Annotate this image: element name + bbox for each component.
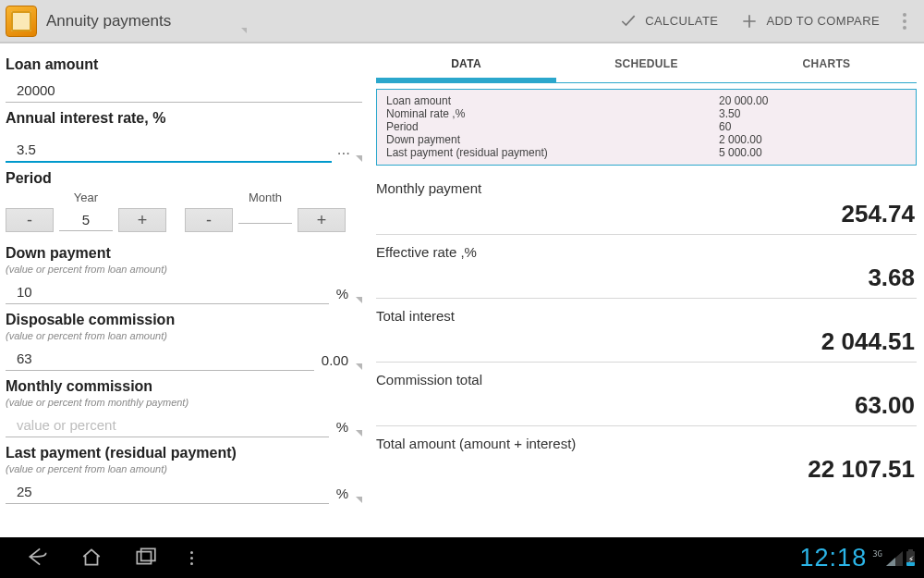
summary-label: Loan amount (386, 94, 719, 107)
results-panel: DATA SCHEDULE CHARTS Loan amount20 000.0… (365, 43, 924, 537)
last-payment-hint: (value or percent from loan amount) (6, 463, 362, 474)
calculate-label: CALCULATE (645, 14, 718, 28)
month-plus-button[interactable]: + (298, 208, 346, 232)
add-to-compare-button[interactable]: ADD TO COMPARE (729, 0, 891, 43)
commission-total-label: Commission total (376, 366, 917, 389)
year-minus-button[interactable]: - (6, 208, 54, 232)
summary-value: 3.50 (719, 107, 740, 120)
down-payment-label: Down payment (6, 245, 362, 262)
monthly-payment-value: 254.74 (376, 198, 917, 235)
disposable-commission-hint: (value or percent from loan amount) (6, 330, 362, 341)
rate-input[interactable]: 3.5 (6, 138, 332, 163)
year-label: Year (74, 191, 98, 204)
last-payment-dropdown-icon[interactable] (356, 497, 362, 503)
total-amount-value: 22 107.51 (376, 453, 917, 489)
summary-label: Nominal rate ,% (386, 107, 719, 120)
system-navbar: 12:18 3G ⚡ (0, 537, 924, 578)
monthly-commission-input[interactable]: value or percent (6, 413, 329, 437)
summary-value: 2 000.00 (719, 133, 762, 146)
year-input[interactable]: 5 (59, 209, 113, 231)
last-payment-pct-symbol: % (336, 486, 348, 504)
nav-home-button[interactable] (79, 545, 103, 572)
svg-rect-0 (137, 551, 151, 563)
total-amount-label: Total amount (amount + interest) (376, 430, 917, 453)
month-input[interactable] (238, 217, 292, 224)
down-payment-pct-symbol: % (336, 286, 348, 304)
loan-amount-label: Loan amount (6, 56, 362, 73)
effective-rate-label: Effective rate ,% (376, 239, 917, 262)
year-plus-button[interactable]: + (118, 208, 166, 232)
overflow-menu-button[interactable] (891, 13, 918, 30)
summary-value: 5 000.00 (719, 146, 762, 159)
tab-charts[interactable]: CHARTS (736, 45, 917, 82)
status-icons: 3G ⚡ (872, 549, 915, 566)
last-payment-label: Last payment (residual payment) (6, 445, 362, 461)
plus-icon (740, 12, 759, 31)
nav-back-button[interactable] (26, 545, 50, 572)
title-dropdown-icon[interactable] (241, 28, 247, 33)
status-clock: 12:18 (800, 544, 868, 572)
loan-amount-input[interactable]: 20000 (6, 79, 362, 103)
monthly-commission-dropdown-icon[interactable] (356, 430, 362, 437)
rate-more-button[interactable]: ... (337, 141, 350, 163)
tab-schedule[interactable]: SCHEDULE (556, 45, 736, 82)
tab-data[interactable]: DATA (376, 45, 556, 82)
monthly-commission-pct-symbol: % (336, 419, 348, 437)
app-header: Annuity payments CALCULATE ADD TO COMPAR… (0, 0, 924, 43)
commission-total-value: 63.00 (376, 389, 917, 426)
input-form: Loan amount 20000 Annual interest rate, … (0, 43, 365, 537)
compare-label: ADD TO COMPARE (766, 14, 880, 28)
summary-label: Period (386, 120, 719, 133)
month-minus-button[interactable]: - (185, 208, 233, 232)
effective-rate-value: 3.68 (376, 262, 917, 299)
check-icon (619, 12, 638, 31)
app-icon (6, 6, 37, 37)
summary-value: 20 000.00 (719, 94, 768, 107)
disposable-commission-input[interactable]: 63 (6, 347, 314, 371)
disposable-commission-pct: 0.00 (322, 352, 348, 371)
month-label: Month (249, 191, 282, 204)
svg-rect-1 (141, 548, 155, 560)
last-payment-input[interactable]: 25 (6, 480, 329, 504)
screen-title[interactable]: Annuity payments (46, 12, 171, 31)
nav-recent-button[interactable] (133, 545, 157, 572)
down-payment-input[interactable]: 10 (6, 280, 329, 304)
nav-overflow-button[interactable] (190, 551, 193, 565)
summary-box: Loan amount20 000.00 Nominal rate ,%3.50… (376, 89, 917, 166)
disposable-commission-label: Disposable commission (6, 312, 362, 328)
monthly-commission-label: Monthly commission (6, 378, 362, 395)
network-label: 3G (872, 549, 882, 559)
calculate-button[interactable]: CALCULATE (608, 0, 729, 43)
down-payment-dropdown-icon[interactable] (356, 297, 362, 303)
signal-icon (886, 551, 903, 566)
total-interest-label: Total interest (376, 302, 917, 326)
summary-label: Down payment (386, 133, 719, 146)
rate-dropdown-icon[interactable] (356, 155, 362, 162)
rate-label: Annual interest rate, % (6, 110, 362, 127)
period-label: Period (6, 170, 362, 187)
disposable-commission-dropdown-icon[interactable] (356, 363, 362, 370)
down-payment-hint: (value or percent from loan amount) (6, 264, 362, 275)
summary-value: 60 (719, 120, 731, 133)
battery-icon: ⚡ (906, 551, 915, 566)
monthly-payment-label: Monthly payment (376, 175, 917, 198)
total-interest-value: 2 044.51 (376, 326, 917, 363)
monthly-commission-hint: (value or percent from monthly payment) (6, 397, 362, 408)
summary-label: Last payment (residual payment) (386, 146, 719, 159)
